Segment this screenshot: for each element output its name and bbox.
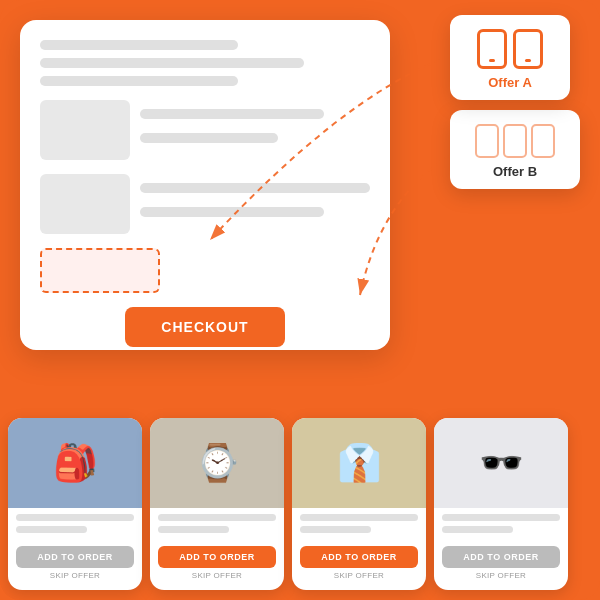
product-line-5 [300, 514, 418, 521]
product-image-sunglasses: 🕶️ [434, 418, 568, 508]
skip-offer-watch[interactable]: SKIP OFFER [150, 571, 284, 580]
phone-icon-1 [477, 29, 507, 69]
mock-image-row-1 [40, 100, 370, 160]
phone-icon-sm-2 [503, 124, 527, 158]
offer-a-label: Offer A [462, 75, 558, 90]
mock-line-6 [140, 183, 370, 193]
product-line-3 [158, 514, 276, 521]
offer-b-icons [462, 124, 568, 158]
checkout-card: CHECKOUT [20, 20, 390, 350]
offer-a-popup: Offer A [450, 15, 570, 100]
offer-b-label: Offer B [462, 164, 568, 179]
add-to-order-shirt[interactable]: ADD TO ORDER [300, 546, 418, 568]
mock-image-box-1 [40, 100, 130, 160]
mock-line-4 [140, 109, 324, 119]
mock-image-box-2 [40, 174, 130, 234]
product-card-sunglasses: 🕶️ ADD TO ORDER SKIP OFFER [434, 418, 568, 590]
mock-lines-top [40, 40, 370, 86]
product-card-watch: ⌚ ADD TO ORDER SKIP OFFER [150, 418, 284, 590]
mock-image-row-2 [40, 174, 370, 234]
add-to-order-sunglasses[interactable]: ADD TO ORDER [442, 546, 560, 568]
shirt-emoji: 👔 [337, 418, 382, 508]
mock-line-7 [140, 207, 324, 217]
watch-emoji: ⌚ [195, 418, 240, 508]
product-lines-sunglasses [434, 508, 568, 542]
product-card-backpack: 🎒 ADD TO ORDER SKIP OFFER [8, 418, 142, 590]
phone-icon-sm-3 [531, 124, 555, 158]
checkout-button[interactable]: CHECKOUT [125, 307, 285, 347]
product-line-2 [16, 526, 87, 533]
product-image-backpack: 🎒 [8, 418, 142, 508]
product-line-7 [442, 514, 560, 521]
offer-b-popup: Offer B [450, 110, 580, 189]
mock-line-3 [40, 76, 238, 86]
add-to-order-backpack[interactable]: ADD TO ORDER [16, 546, 134, 568]
offer-a-icons [462, 29, 558, 69]
mock-line-5 [140, 133, 278, 143]
mock-text-lines-2 [140, 174, 370, 234]
product-lines-shirt [292, 508, 426, 542]
product-image-watch: ⌚ [150, 418, 284, 508]
phone-icon-2 [513, 29, 543, 69]
phone-icon-sm-1 [475, 124, 499, 158]
mock-line-1 [40, 40, 238, 50]
skip-offer-backpack[interactable]: SKIP OFFER [8, 571, 142, 580]
product-image-shirt: 👔 [292, 418, 426, 508]
backpack-emoji: 🎒 [53, 418, 98, 508]
sunglasses-emoji: 🕶️ [479, 418, 524, 508]
main-container: CHECKOUT Offer A Offer B [0, 0, 600, 600]
add-to-order-watch[interactable]: ADD TO ORDER [158, 546, 276, 568]
mock-text-lines-1 [140, 100, 370, 160]
mock-highlight-box [40, 248, 160, 293]
skip-offer-shirt[interactable]: SKIP OFFER [292, 571, 426, 580]
product-lines-watch [150, 508, 284, 542]
skip-offer-sunglasses[interactable]: SKIP OFFER [434, 571, 568, 580]
products-row: 🎒 ADD TO ORDER SKIP OFFER ⌚ ADD TO ORDER… [8, 418, 568, 590]
product-lines-backpack [8, 508, 142, 542]
product-line-8 [442, 526, 513, 533]
mock-line-2 [40, 58, 304, 68]
product-line-4 [158, 526, 229, 533]
product-card-shirt: 👔 ADD TO ORDER SKIP OFFER [292, 418, 426, 590]
product-line-1 [16, 514, 134, 521]
product-line-6 [300, 526, 371, 533]
